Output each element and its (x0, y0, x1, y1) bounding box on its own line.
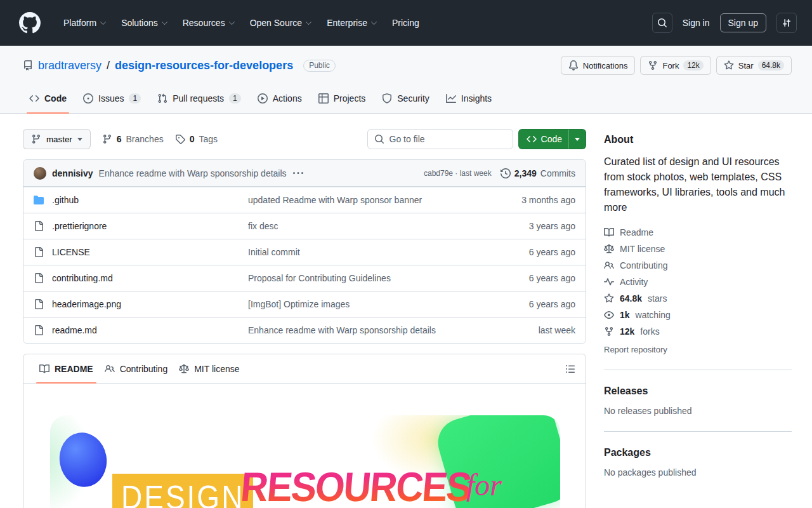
top-header: Platform Solutions Resources Open Source… (0, 0, 812, 46)
sidebar-item-contributing[interactable]: Contributing (604, 257, 792, 274)
file-name-link[interactable]: LICENSE (52, 247, 90, 257)
releases-section: Releases No releases published (604, 370, 792, 431)
banner-blue-blob (55, 429, 111, 491)
search-button[interactable] (652, 13, 672, 33)
table-row: LICENSE Initial commit 6 years ago (23, 239, 586, 265)
go-to-file-input[interactable] (390, 134, 506, 144)
file-name-link[interactable]: contributing.md (52, 273, 113, 283)
sidebar-item-activity[interactable]: Activity (604, 274, 792, 290)
table-icon (318, 93, 329, 104)
breadcrumb: bradtraversy / design-resources-for-deve… (23, 59, 336, 72)
tab-readme[interactable]: README (34, 354, 99, 383)
nav-platform[interactable]: Platform (57, 13, 112, 33)
graph-icon (446, 93, 456, 104)
code-icon (527, 134, 537, 144)
commit-message-link[interactable]: Enhance readme with Warp sponsorship det… (99, 168, 287, 178)
sidebar-item-stars[interactable]: 64.8kstars (604, 290, 792, 307)
readme-outline-button[interactable] (560, 359, 580, 379)
nav-resources[interactable]: Resources (176, 13, 241, 33)
eye-icon (604, 310, 614, 320)
code-dropdown-button[interactable]: Code (518, 129, 586, 149)
report-repository-link[interactable]: Report repository (604, 345, 667, 354)
book-icon (39, 364, 49, 374)
notifications-button[interactable]: Notifications (561, 56, 636, 75)
law-icon (179, 364, 189, 374)
branch-selector[interactable]: master (23, 129, 91, 149)
commit-sha-time[interactable]: cabd79e · last week (424, 169, 492, 178)
file-commit-message-link[interactable]: Initial commit (248, 247, 487, 257)
triangle-down-icon (77, 138, 82, 141)
chevron-down-icon (371, 18, 377, 24)
sidebar-item-license[interactable]: MIT license (604, 241, 792, 257)
tags-link[interactable]: 0Tags (175, 134, 218, 144)
file-commit-message-link[interactable]: Proposal for Contributing Guidelines (248, 273, 487, 283)
search-icon (374, 134, 384, 144)
history-icon (501, 168, 511, 178)
nav-pricing[interactable]: Pricing (386, 13, 426, 33)
readme-panel: README Contributing MIT license (23, 354, 586, 508)
releases-empty-text: No releases published (604, 406, 792, 416)
banner-word-resources: RESOURCES (239, 464, 473, 508)
folder-icon (34, 195, 44, 205)
readme-content: DESIGN RESOURCES for (23, 384, 586, 508)
nav-enterprise[interactable]: Enterprise (320, 13, 383, 33)
tab-insights[interactable]: Insights (440, 84, 498, 113)
primary-nav: Platform Solutions Resources Open Source… (57, 13, 426, 33)
branches-link[interactable]: 6Branches (102, 134, 164, 144)
commit-author-link[interactable]: dennisivy (52, 168, 93, 178)
sign-up-button[interactable]: Sign up (720, 13, 766, 32)
file-commit-message-link[interactable]: fix desc (248, 221, 487, 231)
fork-icon (604, 326, 614, 337)
commit-history-link[interactable]: 2,349Commits (501, 168, 575, 178)
repo-name-link[interactable]: design-resources-for-developers (115, 59, 293, 72)
github-logo-icon[interactable] (19, 12, 41, 34)
file-commit-message-link[interactable]: [ImgBot] Optimize images (248, 299, 487, 309)
nav-solutions[interactable]: Solutions (115, 13, 174, 33)
file-icon (34, 221, 44, 231)
file-commit-message-link[interactable]: Enhance readme with Warp sponsorship det… (248, 325, 487, 335)
file-toolbar: master 6Branches 0Tags Code (23, 129, 586, 149)
fork-button[interactable]: Fork 12k (640, 56, 710, 75)
file-name-link[interactable]: headerimage.png (52, 299, 121, 309)
tab-issues[interactable]: Issues1 (77, 84, 147, 113)
table-row: readme.md Enhance readme with Warp spons… (23, 317, 586, 343)
tab-mit-license[interactable]: MIT license (173, 354, 245, 383)
sidebar-item-forks[interactable]: 12kforks (604, 323, 792, 340)
visibility-badge: Public (303, 60, 336, 72)
tab-code[interactable]: Code (23, 84, 73, 113)
file-commit-message-link[interactable]: updated Readme with Warp sponsor banner (248, 195, 487, 205)
table-row: .github updated Readme with Warp sponsor… (23, 187, 586, 213)
people-icon (604, 260, 614, 271)
readme-tab-bar: README Contributing MIT license (23, 354, 586, 384)
tab-contributing[interactable]: Contributing (99, 354, 174, 383)
tab-projects[interactable]: Projects (312, 84, 372, 113)
sidebar-item-watching[interactable]: 1kwatching (604, 307, 792, 323)
repo-sidebar: About Curated list of design and UI reso… (604, 129, 792, 508)
triangle-down-icon (575, 138, 580, 141)
about-description: Curated list of design and UI resources … (604, 154, 792, 215)
code-icon (29, 93, 39, 104)
file-name-link[interactable]: .prettierignore (52, 221, 107, 231)
avatar[interactable] (34, 167, 46, 180)
shield-icon (382, 93, 392, 104)
nav-open-source[interactable]: Open Source (244, 13, 318, 33)
star-button[interactable]: Star 64.8k (716, 56, 792, 75)
commit-kebab-button[interactable] (293, 168, 303, 178)
star-count: 64.8k (758, 60, 784, 70)
file-table: dennisivy Enhance readme with Warp spons… (23, 159, 586, 344)
chevron-down-icon (162, 18, 167, 24)
tab-security[interactable]: Security (376, 84, 436, 113)
appearance-settings-button[interactable] (776, 13, 797, 33)
sidebar-item-readme[interactable]: Readme (604, 224, 792, 241)
pulse-icon (604, 277, 614, 287)
go-to-file-search[interactable] (367, 129, 513, 149)
file-age: 6 years ago (487, 273, 575, 283)
file-name-link[interactable]: .github (52, 195, 79, 205)
file-name-link[interactable]: readme.md (52, 325, 97, 335)
sign-in-link[interactable]: Sign in (683, 18, 710, 28)
tab-pull-requests[interactable]: Pull requests1 (151, 84, 247, 113)
fork-count: 12k (683, 60, 703, 70)
repo-owner-link[interactable]: bradtraversy (38, 59, 102, 72)
tab-actions[interactable]: Actions (251, 84, 308, 113)
latest-commit-bar: dennisivy Enhance readme with Warp spons… (23, 160, 586, 187)
